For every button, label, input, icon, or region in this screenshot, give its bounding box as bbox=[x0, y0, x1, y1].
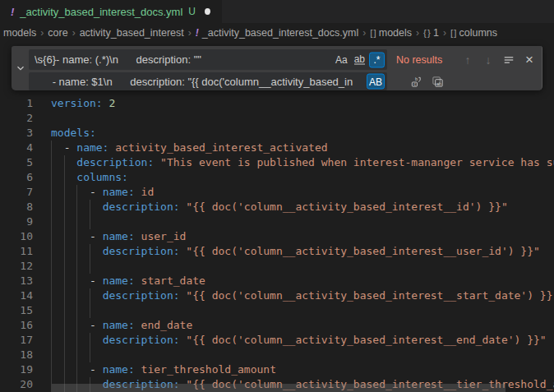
line-content[interactable] bbox=[51, 214, 554, 229]
line-content[interactable]: description: "{{ doc('column__activity_b… bbox=[51, 333, 554, 348]
line-content[interactable] bbox=[51, 111, 554, 126]
line-number[interactable]: 11 bbox=[0, 244, 33, 259]
code-token: name: bbox=[103, 230, 135, 242]
line-number[interactable]: 14 bbox=[0, 288, 33, 303]
code-line[interactable]: 10 - name: user_id bbox=[0, 229, 554, 244]
indent-guide bbox=[64, 348, 65, 362]
line-content[interactable]: models: bbox=[51, 126, 554, 141]
whole-word-toggle[interactable]: ab bbox=[352, 52, 367, 67]
line-content[interactable]: - name: end_date bbox=[51, 318, 554, 333]
unsaved-changes-dot[interactable] bbox=[205, 8, 210, 15]
code-line[interactable]: 5 description: "This event is published … bbox=[0, 155, 554, 170]
code-line[interactable]: 19 - name: tier_threshold_amount bbox=[0, 362, 554, 377]
line-number[interactable]: 10 bbox=[0, 229, 33, 244]
breadcrumb-item[interactable]: { }1 bbox=[423, 27, 439, 39]
line-content[interactable]: description: "This event is published wh… bbox=[51, 155, 554, 170]
match-case-toggle[interactable]: Aa bbox=[333, 52, 350, 67]
preserve-case-toggle[interactable]: AB bbox=[367, 74, 385, 90]
indent-guide bbox=[64, 155, 65, 170]
line-number[interactable]: 19 bbox=[0, 362, 33, 377]
line-content[interactable]: description: "{{ doc('column__activity_b… bbox=[51, 200, 554, 214]
next-match-button[interactable]: ↓ bbox=[479, 51, 497, 69]
code-line[interactable]: 17 description: "{{ doc('column__activit… bbox=[0, 333, 554, 348]
code-line[interactable]: 12 bbox=[0, 259, 554, 274]
svg-text:b: b bbox=[415, 76, 418, 81]
code-line[interactable]: 18 bbox=[0, 348, 554, 362]
code-line[interactable]: 8 description: "{{ doc('column__activity… bbox=[0, 200, 554, 214]
close-find-button[interactable]: × bbox=[520, 51, 538, 69]
code-line[interactable]: 13 - name: start_date bbox=[0, 274, 554, 288]
replace-row: AB b c bbox=[29, 72, 538, 90]
line-content[interactable] bbox=[51, 303, 554, 318]
code-lines[interactable]: 1version: 223models:4 - name: activity_b… bbox=[0, 42, 554, 392]
line-number[interactable]: 17 bbox=[0, 333, 33, 348]
line-number[interactable]: 3 bbox=[0, 126, 33, 141]
line-number[interactable]: 4 bbox=[0, 141, 33, 155]
code-line[interactable]: 14 description: "{{ doc('column__activit… bbox=[0, 288, 554, 303]
line-number[interactable]: 7 bbox=[0, 185, 33, 200]
replace-all-button[interactable]: ab bbox=[428, 72, 446, 90]
replace-input[interactable] bbox=[29, 72, 387, 90]
indent-guide bbox=[76, 244, 77, 259]
indent-guide bbox=[90, 244, 90, 259]
previous-match-button[interactable]: ↑ bbox=[459, 51, 477, 69]
code-token: 2 bbox=[108, 97, 115, 109]
breadcrumb-item[interactable]: core bbox=[48, 27, 67, 39]
line-number[interactable]: 18 bbox=[0, 348, 33, 362]
line-number[interactable]: 8 bbox=[0, 200, 33, 214]
code-line[interactable]: 9 bbox=[0, 214, 554, 229]
indent-guide bbox=[51, 318, 52, 333]
replace-button[interactable]: b c bbox=[407, 72, 425, 90]
line-number[interactable]: 16 bbox=[0, 318, 33, 333]
breadcrumb-item[interactable]: !_activity_based_interest_docs.yml bbox=[196, 27, 358, 39]
breadcrumb-separator: › bbox=[443, 27, 446, 39]
line-content[interactable]: description: "{{ doc('column__activity_b… bbox=[51, 288, 554, 303]
breadcrumb-item[interactable]: [ ]models bbox=[370, 27, 412, 39]
find-in-selection-button[interactable] bbox=[500, 51, 518, 69]
indent-guide bbox=[51, 155, 52, 170]
line-number[interactable]: 9 bbox=[0, 214, 33, 229]
line-number[interactable]: 15 bbox=[0, 303, 33, 318]
code-token: models: bbox=[51, 127, 96, 139]
code-token: name: bbox=[103, 363, 135, 376]
breadcrumb-item[interactable]: activity_based_interest bbox=[80, 27, 184, 39]
line-content[interactable] bbox=[51, 259, 554, 274]
indent-guide bbox=[76, 348, 77, 362]
code-line[interactable]: 7 - name: id bbox=[0, 185, 554, 200]
line-number[interactable]: 13 bbox=[0, 274, 33, 288]
line-content[interactable]: - name: tier_threshold_amount bbox=[51, 362, 554, 377]
breadcrumb-separator: › bbox=[362, 27, 366, 39]
breadcrumb-item[interactable]: models bbox=[3, 27, 36, 39]
breadcrumb-item[interactable]: [ ]columns bbox=[450, 27, 497, 39]
indent-guide bbox=[51, 259, 52, 274]
code-line[interactable]: 15 bbox=[0, 303, 554, 318]
line-number[interactable]: 5 bbox=[0, 155, 33, 170]
code-line[interactable]: 3models: bbox=[0, 126, 554, 141]
line-content[interactable]: description: "{{ doc('column__activity_b… bbox=[51, 244, 554, 259]
code-line[interactable]: 1version: 2 bbox=[0, 96, 554, 111]
horizontal-scrollbar[interactable] bbox=[52, 384, 506, 392]
line-number[interactable]: 6 bbox=[0, 170, 33, 185]
code-line[interactable]: 2 bbox=[0, 111, 554, 126]
replace-options: AB bbox=[367, 74, 385, 90]
code-line[interactable]: 4 - name: activity_based_interest_activa… bbox=[0, 141, 554, 155]
tab-activity-based-interest-docs[interactable]: ! _activity_based_interest_docs.yml U bbox=[0, 0, 222, 23]
editor[interactable]: Aa ab .* No results ↑ ↓ bbox=[0, 42, 554, 392]
line-content[interactable]: - name: user_id bbox=[51, 229, 554, 244]
line-number[interactable]: 2 bbox=[0, 111, 33, 126]
line-number[interactable]: 1 bbox=[0, 96, 33, 111]
line-content[interactable]: columns: bbox=[51, 170, 554, 185]
line-number[interactable]: 20 bbox=[0, 377, 33, 392]
code-line[interactable]: 16 - name: end_date bbox=[0, 318, 554, 333]
indent-guide bbox=[90, 303, 90, 318]
line-content[interactable]: - name: id bbox=[51, 185, 554, 200]
code-line[interactable]: 11 description: "{{ doc('column__activit… bbox=[0, 244, 554, 259]
toggle-replace-button[interactable] bbox=[12, 46, 29, 90]
line-content[interactable] bbox=[51, 348, 554, 362]
line-number[interactable]: 12 bbox=[0, 259, 33, 274]
regex-toggle[interactable]: .* bbox=[369, 52, 385, 67]
line-content[interactable]: version: 2 bbox=[51, 96, 554, 111]
line-content[interactable]: - name: activity_based_interest_activate… bbox=[51, 141, 554, 155]
line-content[interactable]: - name: start_date bbox=[51, 274, 554, 288]
code-line[interactable]: 6 columns: bbox=[0, 170, 554, 185]
